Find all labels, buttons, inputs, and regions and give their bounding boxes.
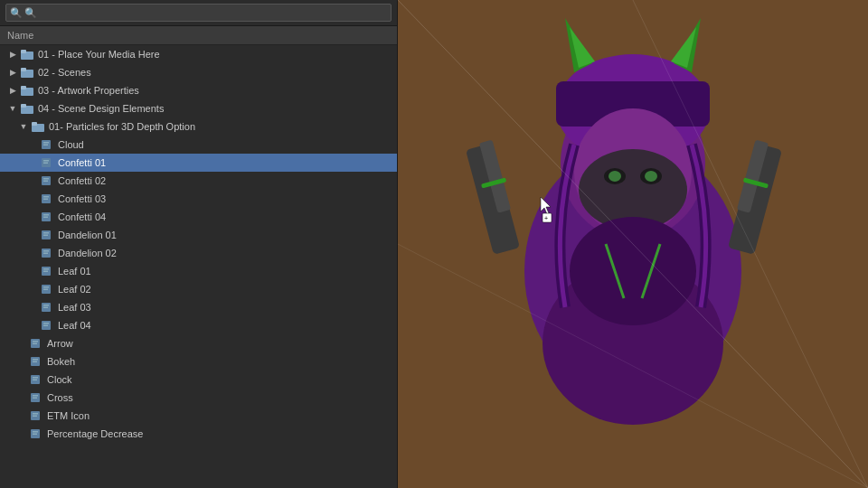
tree-item-02[interactable]: 02 - Scenes	[0, 63, 397, 81]
tree-item-leaf04[interactable]: Leaf 04	[0, 316, 397, 334]
arrow-icon	[7, 67, 18, 78]
tree-item-confetti01[interactable]: Confetti 01	[0, 154, 397, 172]
svg-line-87	[633, 0, 868, 488]
svg-point-83	[570, 217, 696, 325]
file-icon	[29, 374, 43, 385]
svg-rect-81	[743, 177, 769, 188]
svg-point-63	[561, 86, 705, 239]
svg-rect-59	[33, 431, 38, 433]
tree-item-dandelion01[interactable]: Dandelion 01	[0, 226, 397, 244]
svg-rect-80	[481, 177, 506, 188]
svg-line-88	[398, 244, 868, 488]
svg-rect-41	[43, 323, 49, 324]
svg-marker-67	[570, 27, 595, 68]
tree-item-03[interactable]: 03 - Artwork Properties	[0, 81, 397, 99]
svg-rect-48	[33, 361, 37, 363]
svg-rect-54	[33, 398, 37, 399]
tree-item-pct[interactable]: Percentage Decrease	[0, 425, 397, 443]
svg-rect-11	[43, 142, 49, 144]
left-panel: 🔍 Name 01 - Place Your Media Here 02 - S…	[0, 0, 398, 488]
svg-rect-9	[32, 122, 37, 126]
svg-line-86	[398, 0, 868, 488]
svg-point-75	[645, 171, 657, 182]
svg-rect-27	[43, 235, 48, 237]
svg-rect-50	[33, 377, 38, 379]
svg-rect-30	[43, 253, 48, 255]
tree-item-04-01[interactable]: 01- Particles for 3D Depth Option	[0, 117, 397, 136]
tree-item-clock[interactable]: Clock	[0, 371, 397, 389]
item-label: 02 - Scenes	[38, 67, 91, 78]
svg-point-82	[542, 262, 723, 425]
svg-rect-38	[43, 305, 49, 306]
file-icon	[40, 320, 54, 331]
svg-point-73	[640, 168, 662, 184]
item-label: Confetti 02	[58, 175, 106, 186]
tree-item-leaf02[interactable]: Leaf 02	[0, 280, 397, 298]
item-label: Leaf 01	[58, 266, 91, 277]
search-bar: 🔍	[0, 0, 397, 26]
item-label: 03 - Artwork Properties	[38, 85, 139, 96]
tree-item-arrow[interactable]: Arrow	[0, 334, 397, 352]
svg-rect-56	[33, 413, 38, 415]
item-label: Confetti 01	[58, 157, 106, 168]
tree-item-dandelion02[interactable]: Dandelion 02	[0, 244, 397, 262]
svg-rect-78	[728, 143, 782, 255]
svg-rect-24	[43, 217, 48, 219]
svg-rect-17	[43, 178, 49, 180]
svg-rect-33	[43, 271, 48, 273]
svg-rect-47	[33, 359, 38, 361]
tree-item-04[interactable]: 04 - Scene Design Elements	[0, 99, 397, 117]
file-icon	[40, 139, 54, 150]
file-icon	[40, 230, 54, 240]
tree-item-etm[interactable]: ETM Icon	[0, 407, 397, 425]
svg-point-72	[604, 168, 626, 184]
item-label: Percentage Decrease	[47, 428, 143, 439]
tree-item-confetti03[interactable]: Confetti 03	[0, 190, 397, 208]
tree-item-01[interactable]: 01 - Place Your Media Here	[0, 45, 397, 63]
file-icon	[40, 284, 54, 295]
svg-rect-29	[43, 250, 49, 252]
tree-item-bokeh[interactable]: Bokeh	[0, 352, 397, 371]
item-label: Cross	[47, 392, 73, 403]
svg-line-84	[606, 244, 624, 298]
item-label: Clock	[47, 374, 72, 385]
file-icon	[40, 302, 54, 313]
search-input[interactable]	[5, 4, 392, 22]
svg-point-71	[579, 149, 687, 230]
svg-rect-60	[33, 434, 37, 436]
right-panel: +	[398, 0, 868, 488]
file-icon	[29, 428, 43, 439]
item-label: Confetti 03	[58, 193, 106, 204]
folder-icon	[20, 67, 34, 78]
svg-rect-39	[43, 307, 48, 309]
svg-rect-20	[43, 196, 49, 198]
folder-icon	[20, 49, 34, 60]
tree-container[interactable]: 01 - Place Your Media Here 02 - Scenes 0…	[0, 45, 397, 488]
svg-rect-23	[43, 214, 49, 216]
file-icon	[40, 211, 54, 222]
svg-rect-79	[737, 140, 769, 213]
file-icon	[29, 410, 43, 421]
tree-item-cross[interactable]: Cross	[0, 389, 397, 407]
item-label: Dandelion 01	[58, 230, 117, 240]
svg-rect-77	[479, 140, 511, 213]
svg-point-64	[556, 54, 710, 163]
item-label: Confetti 04	[58, 211, 106, 222]
item-label: 01 - Place Your Media Here	[38, 49, 160, 60]
file-icon	[29, 356, 43, 367]
svg-rect-32	[43, 268, 49, 270]
folder-icon	[31, 121, 45, 132]
tree-item-leaf01[interactable]: Leaf 01	[0, 262, 397, 280]
file-icon	[40, 157, 54, 168]
svg-rect-57	[33, 416, 37, 418]
svg-marker-66	[565, 18, 592, 72]
tree-item-confetti02[interactable]: Confetti 02	[0, 172, 397, 190]
tree-item-cloud[interactable]: Cloud	[0, 136, 397, 154]
svg-text:+: +	[544, 215, 548, 221]
folder-icon	[20, 103, 34, 114]
tree-item-confetti04[interactable]: Confetti 04	[0, 208, 397, 226]
svg-rect-7	[21, 104, 26, 108]
item-label: Leaf 02	[58, 284, 91, 295]
svg-point-70	[574, 108, 692, 235]
tree-item-leaf03[interactable]: Leaf 03	[0, 298, 397, 316]
